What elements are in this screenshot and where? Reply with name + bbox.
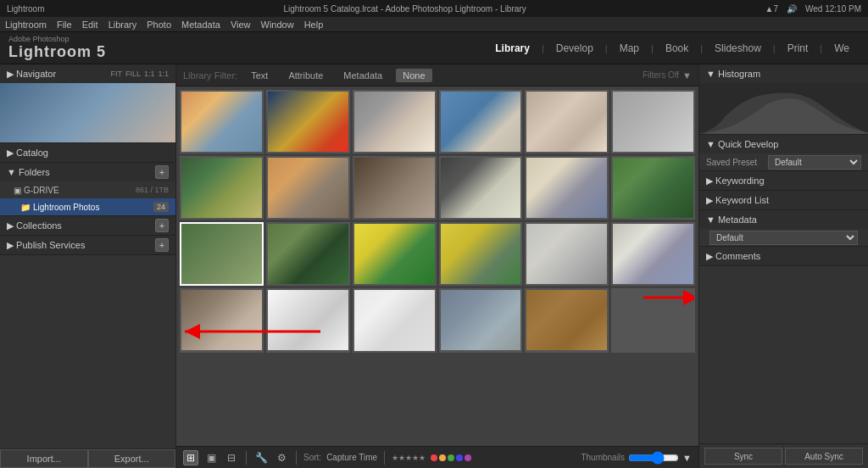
filter-metadata-btn[interactable]: Metadata: [337, 69, 389, 82]
menu-bar: Lightroom File Edit Library Photo Metada…: [0, 17, 868, 32]
tab-develop[interactable]: Develop: [546, 38, 604, 58]
photo-cell[interactable]: [611, 90, 695, 153]
metadata-header[interactable]: ▼ Metadata: [699, 210, 868, 229]
photo-cell-selected[interactable]: [180, 222, 264, 286]
tab-book[interactable]: Book: [655, 38, 698, 58]
photo-cell[interactable]: [180, 156, 264, 220]
menu-photo[interactable]: Photo: [147, 20, 171, 30]
collections-header[interactable]: ▶ Collections +: [0, 216, 175, 235]
red-label-filter[interactable]: [431, 454, 437, 461]
photo-cell[interactable]: [266, 288, 350, 352]
photo-thumbnail: [613, 224, 693, 284]
brand-name: Lightroom 5: [8, 43, 106, 61]
app-name: Lightroom: [7, 4, 44, 14]
sync-button[interactable]: Sync: [704, 448, 782, 465]
metadata-preset-select[interactable]: Default: [709, 231, 858, 245]
add-folder-btn[interactable]: +: [155, 165, 169, 179]
keyword-list-header[interactable]: ▶ Keyword List: [699, 191, 868, 209]
photo-cell[interactable]: [525, 222, 609, 286]
photo-grid[interactable]: [176, 86, 698, 446]
app-logo: Adobe Photoshop Lightroom 5: [8, 35, 106, 61]
photo-cell[interactable]: [611, 288, 695, 352]
photo-count-badge: 24: [153, 202, 169, 212]
menu-lightroom[interactable]: Lightroom: [5, 20, 47, 30]
photo-cell[interactable]: [525, 90, 609, 153]
tab-map[interactable]: Map: [609, 38, 649, 58]
photo-cell[interactable]: [353, 156, 437, 220]
menu-window[interactable]: Window: [261, 20, 294, 30]
photo-cell[interactable]: [353, 222, 437, 286]
menu-metadata[interactable]: Metadata: [181, 20, 220, 30]
photo-cell[interactable]: [439, 90, 523, 153]
photo-cell[interactable]: [439, 156, 523, 220]
add-collection-btn[interactable]: +: [155, 219, 169, 232]
saved-preset-select[interactable]: Default: [768, 155, 861, 170]
folder-icon: 📁: [20, 203, 31, 212]
system-tray: ▲7 🔊 Wed 12:10 PM: [765, 4, 861, 14]
rating-filter[interactable]: ★★★★★: [392, 454, 426, 462]
publish-services-header[interactable]: ▶ Publish Services +: [0, 236, 175, 254]
lightroom-photos-folder[interactable]: 📁 Lightroom Photos 24: [0, 198, 175, 215]
quick-develop-section: ▼ Quick Develop Saved Preset Default: [699, 135, 868, 171]
import-button[interactable]: Import...: [0, 449, 88, 468]
spray-can-btn[interactable]: 🔧: [253, 450, 269, 465]
photo-cell[interactable]: [439, 222, 523, 286]
tab-we[interactable]: We: [824, 38, 860, 58]
photo-cell[interactable]: [439, 288, 523, 352]
fill-view-btn[interactable]: FILL: [125, 70, 141, 78]
histogram-header[interactable]: ▼ Histogram: [699, 64, 868, 83]
menu-help[interactable]: Help: [304, 20, 324, 30]
filter-text-btn[interactable]: Text: [244, 69, 275, 82]
quick-develop-header[interactable]: ▼ Quick Develop: [699, 135, 868, 153]
thumbnail-size-slider[interactable]: [628, 451, 679, 465]
keyword-list-section: ▶ Keyword List: [699, 191, 868, 210]
photo-cell[interactable]: [266, 156, 350, 220]
photo-cell[interactable]: [180, 90, 264, 153]
tab-slideshow[interactable]: Slideshow: [704, 38, 771, 58]
slider-dropdown[interactable]: ▼: [682, 453, 692, 463]
menu-view[interactable]: View: [231, 20, 251, 30]
filter-dropdown-icon[interactable]: ▼: [682, 70, 692, 81]
photo-cell[interactable]: [266, 222, 350, 286]
green-label-filter[interactable]: [448, 454, 454, 461]
photo-cell[interactable]: [525, 288, 609, 352]
photo-cell[interactable]: [611, 222, 695, 286]
photo-thumbnail: [354, 92, 435, 152]
1to1-view-btn[interactable]: 1:1: [144, 70, 155, 78]
grid-view-btn[interactable]: ⊞: [183, 450, 198, 465]
navigator-header[interactable]: ▶ Navigator FIT FILL 1:1 1:1: [0, 64, 175, 83]
gdrive-item[interactable]: ▣ G-DRIVE 861 / 1TB: [0, 181, 175, 198]
filter-none-btn[interactable]: None: [396, 69, 431, 82]
photo-cell[interactable]: [525, 156, 609, 220]
folders-header[interactable]: ▼ Folders +: [0, 163, 175, 181]
loupe-view-btn[interactable]: ▣: [203, 450, 219, 465]
fit-view-btn[interactable]: FIT: [110, 70, 122, 78]
export-button[interactable]: Export...: [88, 449, 176, 468]
survey-view-btn[interactable]: ⊟: [224, 450, 239, 465]
comments-header[interactable]: ▶ Comments: [699, 247, 868, 265]
blue-label-filter[interactable]: [456, 454, 463, 461]
photo-cell[interactable]: [353, 288, 437, 352]
photo-cell[interactable]: [611, 156, 695, 220]
purple-label-filter[interactable]: [465, 454, 471, 461]
tab-library[interactable]: Library: [485, 38, 540, 58]
zoom-level-btn[interactable]: 1:1: [158, 70, 169, 78]
filter-tool-btn[interactable]: ⚙: [274, 450, 289, 465]
filter-attribute-btn[interactable]: Attribute: [281, 69, 330, 82]
auto-sync-button[interactable]: Auto Sync: [785, 448, 863, 465]
menu-file[interactable]: File: [57, 20, 72, 30]
yellow-label-filter[interactable]: [439, 454, 446, 461]
folders-section: ▼ Folders + ▣ G-DRIVE 861 / 1TB 📁 Lightr…: [0, 163, 175, 216]
menu-library[interactable]: Library: [108, 20, 137, 30]
catalog-header[interactable]: ▶ Catalog: [0, 143, 175, 162]
sync-bar: Sync Auto Sync: [699, 443, 868, 468]
title-bar: Lightroom Lightroom 5 Catalog.lrcat - Ad…: [0, 0, 868, 17]
photo-cell[interactable]: [180, 288, 264, 352]
tab-print[interactable]: Print: [777, 38, 819, 58]
add-publish-btn[interactable]: +: [155, 238, 169, 252]
sort-field[interactable]: Capture Time: [326, 453, 377, 462]
photo-cell[interactable]: [266, 90, 350, 153]
keywording-header[interactable]: ▶ Keywording: [699, 171, 868, 190]
photo-cell[interactable]: [353, 90, 437, 153]
menu-edit[interactable]: Edit: [82, 20, 98, 30]
